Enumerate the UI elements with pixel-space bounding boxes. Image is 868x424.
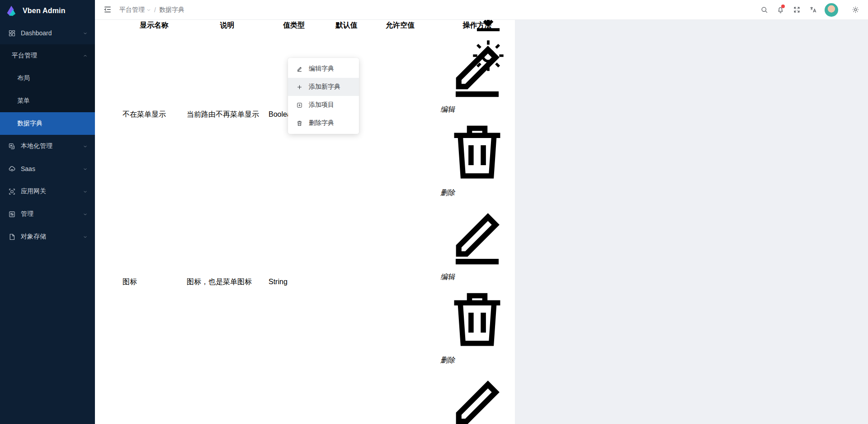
allow-empty-cell: [374, 366, 426, 424]
storage-icon: [8, 233, 16, 241]
translate-icon[interactable]: [805, 2, 821, 18]
column-header-label: 允许空值: [386, 21, 415, 29]
row-actions-cell: 编辑删除: [440, 199, 514, 365]
sidebar-group-platform: 平台管理布局菜单数据字典: [0, 44, 95, 135]
chevron-down-icon: [83, 189, 88, 194]
chevron-down-icon: [146, 8, 151, 12]
app-title: Vben Admin: [23, 7, 66, 15]
sidebar-item-saas[interactable]: Saas: [0, 157, 95, 180]
context-menu-item-label: 添加新字典: [309, 83, 340, 91]
sidebar-item-label: 管理: [21, 210, 33, 218]
column-header: 说明: [187, 21, 268, 30]
sidebar-collapse-icon[interactable]: [103, 5, 113, 15]
chevron-up-icon: [83, 53, 88, 58]
chevron-down-icon: [83, 167, 88, 172]
row-default-value: [320, 366, 373, 424]
sidebar-item-label: 平台管理: [12, 52, 37, 60]
sidebar-nav: Dashboard平台管理布局菜单数据字典本地化管理Saas应用网关管理对象存储: [0, 22, 95, 248]
sidebar-item-label: Saas: [21, 165, 35, 172]
settings-icon[interactable]: [847, 2, 863, 18]
gateway-icon: [8, 188, 16, 195]
context-menu-delete-dict[interactable]: 删除字典: [288, 114, 359, 132]
breadcrumb-current[interactable]: 数据字典: [159, 6, 184, 14]
app-logo[interactable]: Vben Admin: [0, 0, 95, 22]
context-menu-add-item[interactable]: 添加项目: [288, 96, 359, 114]
column-header-spacer: [427, 21, 439, 30]
sidebar-item-label: 本地化管理: [21, 142, 52, 150]
plus-icon: [296, 84, 303, 91]
column-header: 允许空值: [374, 21, 426, 30]
chevron-down-icon: [83, 234, 88, 239]
edit-button[interactable]: 编辑: [440, 199, 514, 281]
breadcrumb: 平台管理 / 数据字典: [119, 6, 184, 14]
context-menu-edit-dict[interactable]: 编辑字典: [288, 60, 359, 78]
row-description: 当前路由不再菜单显示: [187, 31, 268, 198]
sidebar: Vben Admin Dashboard平台管理布局菜单数据字典本地化管理Saa…: [0, 0, 95, 424]
sidebar-item-layout[interactable]: 布局: [0, 67, 95, 90]
row-display-name: 图标: [123, 199, 186, 365]
dashboard-icon: [8, 29, 16, 37]
saas-icon: [8, 165, 16, 173]
column-header-label: 值类型: [283, 21, 305, 29]
sidebar-item-label: 对象存储: [21, 233, 46, 241]
sidebar-item-localization[interactable]: 本地化管理: [0, 135, 95, 157]
row-description: 图标，也是菜单图标: [187, 199, 268, 365]
column-header: 默认值: [320, 21, 373, 30]
sidebar-item-label: 应用网关: [21, 187, 46, 195]
sidebar-item-label: Dashboard: [21, 29, 52, 37]
breadcrumb-root-label: 平台管理: [119, 6, 145, 14]
context-menu: 编辑字典添加新字典添加项目删除字典: [288, 58, 359, 134]
sidebar-item-app-gateway[interactable]: 应用网关: [0, 180, 95, 203]
sidebar-item-platform[interactable]: 平台管理: [0, 44, 95, 67]
sidebar-item-label: 数据字典: [17, 119, 42, 128]
table-settings-icon[interactable]: [469, 36, 508, 75]
breadcrumb-platform[interactable]: 平台管理: [119, 6, 151, 14]
column-header-label: 默认值: [336, 21, 358, 29]
sidebar-item-object-storage[interactable]: 对象存储: [0, 225, 95, 248]
bell-icon[interactable]: [772, 2, 788, 18]
plus-square-icon: [296, 102, 303, 109]
delete-button[interactable]: 删除: [440, 282, 514, 364]
sidebar-item-management[interactable]: 管理: [0, 203, 95, 225]
breadcrumb-current-label: 数据字典: [159, 6, 184, 14]
spacer-cell: [427, 31, 439, 198]
column-header-label: 显示名称: [140, 21, 169, 29]
spacer-cell: [427, 366, 439, 424]
avatar[interactable]: [825, 3, 838, 17]
fullscreen-icon[interactable]: [788, 2, 805, 18]
edit-button[interactable]: 编辑: [440, 366, 514, 424]
search-icon[interactable]: [756, 2, 772, 18]
trash-icon: [296, 120, 303, 127]
context-menu-add-new-dict[interactable]: 添加新字典: [288, 78, 359, 96]
allow-empty-cell: [374, 31, 426, 198]
chevron-down-icon: [83, 31, 88, 36]
row-default-value: [320, 199, 373, 365]
pencil-icon: [296, 66, 303, 72]
sidebar-item-data-dictionary[interactable]: 数据字典: [0, 112, 95, 135]
sidebar-item-label: 菜单: [17, 97, 30, 105]
column-header-label: 说明: [220, 21, 235, 29]
column-header[interactable]: 显示名称: [123, 21, 186, 30]
column-header: 值类型: [269, 21, 319, 30]
delete-button[interactable]: 删除: [440, 114, 514, 196]
context-menu-item-label: 删除字典: [309, 119, 334, 127]
sidebar-item-dashboard[interactable]: Dashboard: [0, 22, 95, 44]
vben-logo-icon: [5, 4, 18, 18]
manage-icon: [8, 210, 16, 218]
chevron-down-icon: [83, 212, 88, 217]
notification-dot: [781, 5, 785, 8]
column-header-label: 操作方法: [463, 21, 492, 29]
row-value-type: String: [269, 366, 319, 424]
row-display-name: 不在菜单显示: [123, 31, 186, 198]
chevron-down-icon: [83, 144, 88, 149]
sidebar-item-menu[interactable]: 菜单: [0, 90, 95, 112]
sidebar-item-label: 布局: [17, 74, 30, 82]
context-menu-item-label: 编辑字典: [309, 65, 334, 73]
row-description: 用于配置详情页时左侧...: [187, 366, 268, 424]
locale-icon: [8, 143, 16, 150]
row-display-name: 当前激活的菜单: [123, 366, 186, 424]
spacer-cell: [427, 199, 439, 365]
top-header: 平台管理 / 数据字典: [95, 0, 868, 20]
header-actions: [756, 2, 863, 18]
breadcrumb-separator: /: [154, 6, 156, 14]
